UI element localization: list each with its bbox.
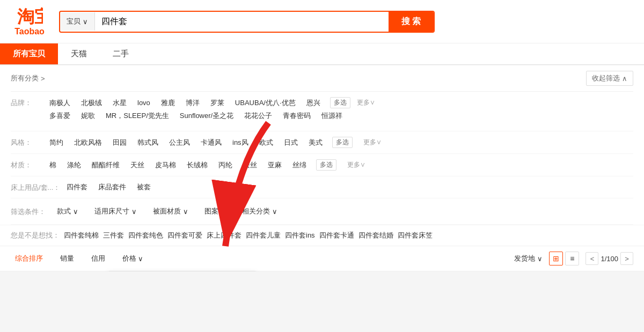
- suggest-sijiantaochuangjia[interactable]: 四件套床笠: [398, 231, 433, 240]
- suggest-sijiantaokatong[interactable]: 四件套卡通: [319, 231, 354, 240]
- bedding-beitao[interactable]: 被套: [136, 182, 152, 193]
- material-pimamian[interactable]: 皮马棉: [154, 160, 177, 171]
- brand-luolai[interactable]: 罗莱: [209, 98, 225, 108]
- suggest-sijiantaochunse[interactable]: 四件套纯色: [128, 231, 163, 240]
- material-cansi[interactable]: 蚕丝: [242, 160, 258, 171]
- prev-page-button[interactable]: <: [586, 252, 598, 265]
- material-multi-select[interactable]: 多选: [316, 159, 336, 171]
- suggest-sanjiantao[interactable]: 三件套: [103, 231, 124, 240]
- style-rishi[interactable]: 日式: [283, 137, 299, 148]
- tab-tmall[interactable]: 天猫: [58, 43, 100, 64]
- brand-yalu[interactable]: 雅鹿: [160, 98, 176, 108]
- style-meishi[interactable]: 美式: [308, 137, 324, 148]
- suggest-sijiantaojihun[interactable]: 四件套结婚: [358, 231, 393, 240]
- brand-nige[interactable]: 妮歌: [80, 110, 96, 121]
- brand-qingchunmima[interactable]: 青春密码: [282, 110, 312, 121]
- search-button[interactable]: 搜 索: [389, 12, 434, 32]
- material-simian[interactable]: 丝绵: [291, 160, 308, 171]
- brand-shuixing[interactable]: 水星: [112, 98, 128, 108]
- sort-price[interactable]: 价格 ∨: [118, 252, 148, 265]
- tab-all-items[interactable]: 所有宝贝: [0, 43, 58, 64]
- list-icon: ≡: [570, 254, 574, 263]
- sort-bar: 综合排序 销量 信用 价格 ∨ 60%用户喜欢的价位 -: [0, 246, 644, 271]
- material-cucuxianwei[interactable]: 醋酯纤维: [91, 160, 121, 171]
- price-popup: 60%用户喜欢的价位 -: [107, 271, 257, 271]
- bedding-chuanpintaojian[interactable]: 床品套件: [97, 182, 127, 193]
- brand-lovo[interactable]: lovo: [136, 98, 151, 107]
- sort-credit[interactable]: 信用: [87, 252, 109, 265]
- filter-header: 所有分类 > 收起筛选 ∧: [11, 65, 633, 92]
- filter-style-dropdown[interactable]: 款式 ∨: [52, 204, 83, 219]
- style-multi-select[interactable]: 多选: [332, 137, 353, 148]
- delivery-filter[interactable]: 发货地 ∨: [514, 254, 543, 263]
- style-hanshifeng[interactable]: 韩式风: [136, 137, 159, 148]
- category-breadcrumb[interactable]: 所有分类 >: [11, 73, 45, 83]
- list-view-button[interactable]: ≡: [565, 252, 579, 265]
- brand-label: 品牌：: [11, 97, 43, 108]
- brand-more[interactable]: 更多∨: [357, 98, 375, 107]
- grid-icon: ⊞: [553, 254, 559, 263]
- sort-综合[interactable]: 综合排序: [11, 252, 47, 265]
- category-chevron-right: >: [41, 75, 45, 83]
- brand-filter-row: 品牌： 南极人 北极绒 水星 lovo 雅鹿 博洋 罗莱 UBAUBA/优八·优…: [11, 92, 633, 131]
- filter-fabric-dropdown[interactable]: 被面材质 ∨: [148, 204, 193, 219]
- style-more[interactable]: 更多∨: [363, 138, 382, 147]
- brand-nanjiren[interactable]: 南极人: [48, 98, 71, 108]
- suggest-label: 您是不是想找：: [11, 231, 60, 240]
- price-sort-chevron: ∨: [138, 255, 143, 263]
- filter-bedsize-dropdown[interactable]: 适用床尺寸 ∨: [90, 204, 142, 219]
- next-page-button[interactable]: >: [620, 252, 633, 265]
- material-more[interactable]: 更多∨: [347, 160, 365, 169]
- brand-boyang[interactable]: 博洋: [185, 98, 201, 108]
- delivery-chevron: ∨: [537, 255, 543, 263]
- material-dilun[interactable]: 涤纶: [66, 160, 82, 171]
- nav-tabs: 所有宝贝 天猫 二手: [0, 43, 644, 65]
- material-changrong[interactable]: 长绒棉: [186, 160, 209, 171]
- material-mian[interactable]: 棉: [48, 160, 57, 171]
- filter-pattern-dropdown[interactable]: 图案 ∨: [200, 204, 231, 219]
- bedding-sijiantao[interactable]: 四件套: [65, 182, 89, 193]
- suggest-sijiantaokeai[interactable]: 四件套可爱: [167, 231, 202, 240]
- brand-ubauba[interactable]: UBAUBA/优八·优芭: [234, 98, 297, 108]
- category-dropdown-chevron: ∨: [272, 208, 277, 216]
- search-type-dropdown[interactable]: 宝贝 ∨: [60, 12, 95, 31]
- brand-duoxiai[interactable]: 多喜爱: [48, 110, 71, 121]
- search-input[interactable]: [95, 12, 389, 31]
- brand-mrsleep[interactable]: MR，SLEEP/觉先生: [105, 110, 170, 121]
- bedding-filter-row: 床上用品/套...： 四件套 床品套件 被套: [11, 176, 633, 198]
- page-info: 1/100: [601, 255, 618, 263]
- style-gongzhufeng[interactable]: 公主风: [168, 137, 191, 148]
- grid-view-button[interactable]: ⊞: [549, 252, 563, 265]
- brand-sunflower[interactable]: Sunflower/圣之花: [179, 110, 235, 121]
- brand-beijirong[interactable]: 北极绒: [80, 98, 103, 108]
- brand-hengyuanxiang[interactable]: 恒源祥: [320, 110, 343, 121]
- style-filter-row: 风格： 简约 北欧风格 田园 韩式风 公主风 卡通风 ins风 欧式 日式 美式…: [11, 131, 633, 154]
- material-tiansi[interactable]: 天丝: [129, 160, 145, 171]
- sort-sales[interactable]: 销量: [56, 252, 78, 265]
- brand-enxing[interactable]: 恩兴: [305, 98, 321, 108]
- filter-category-dropdown[interactable]: 相关分类 ∨: [237, 204, 282, 219]
- suggest-chuangsijiantao[interactable]: 床上四件套: [207, 231, 241, 240]
- suggest-sijiantaochunmian[interactable]: 四件套纯棉: [64, 231, 99, 240]
- style-insfeng[interactable]: ins风: [231, 137, 250, 148]
- suggest-sijiantaoins[interactable]: 四件套ins: [285, 231, 315, 240]
- header: 淘宝 Taobao 宝贝 ∨ 搜 索: [0, 0, 644, 43]
- logo-area: 淘宝 Taobao: [11, 6, 48, 36]
- style-oushi[interactable]: 欧式: [258, 137, 274, 148]
- brand-items-row1: 南极人 北极绒 水星 lovo 雅鹿 博洋 罗莱 UBAUBA/优八·优芭 恩兴…: [48, 97, 633, 108]
- material-binglun[interactable]: 丙纶: [217, 160, 233, 171]
- collapse-filter-button[interactable]: 收起筛选 ∧: [586, 71, 633, 86]
- view-icons: ⊞ ≡: [549, 252, 579, 265]
- tab-secondhand[interactable]: 二手: [100, 43, 142, 64]
- collapse-icon: ∧: [622, 75, 627, 83]
- style-katongfeng[interactable]: 卡通风: [200, 137, 223, 148]
- material-yama[interactable]: 亚麻: [267, 160, 283, 171]
- style-tianyuan[interactable]: 田园: [112, 137, 128, 148]
- style-jianyue[interactable]: 简约: [48, 137, 64, 148]
- style-label: 风格：: [11, 137, 43, 147]
- filter-condition-row: 筛选条件： 款式 ∨ 适用床尺寸 ∨ 被面材质 ∨ 图案 ∨ 相关分类 ∨: [11, 198, 633, 225]
- style-beioufenge[interactable]: 北欧风格: [73, 137, 103, 148]
- brand-huahuagonzi[interactable]: 花花公子: [243, 110, 273, 121]
- brand-multi-select[interactable]: 多选: [330, 97, 350, 108]
- suggest-sijiantaoertong[interactable]: 四件套儿童: [246, 231, 281, 240]
